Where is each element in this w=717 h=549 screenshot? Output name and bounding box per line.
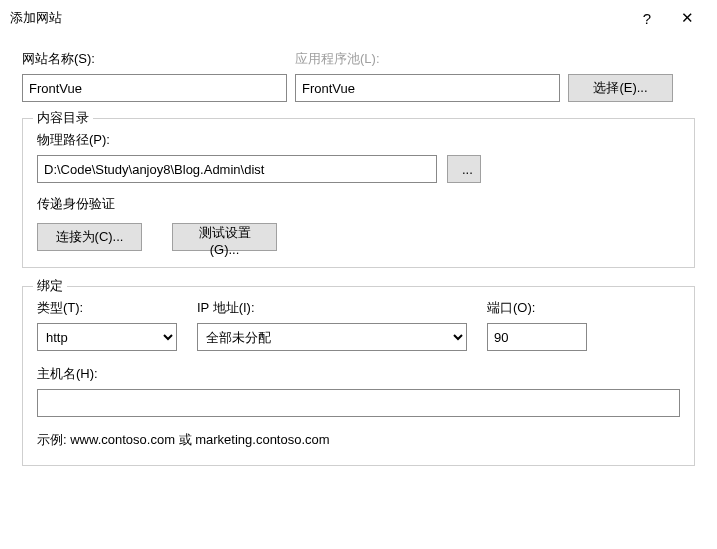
content-directory-legend: 内容目录: [33, 109, 93, 127]
select-apppool-button[interactable]: 选择(E)...: [568, 74, 673, 102]
passthrough-auth-label: 传递身份验证: [37, 195, 680, 213]
hostname-input[interactable]: [37, 389, 680, 417]
ip-label: IP 地址(I):: [197, 299, 467, 317]
ip-select[interactable]: 全部未分配: [197, 323, 467, 351]
test-settings-button[interactable]: 测试设置(G)...: [172, 223, 277, 251]
browse-path-button[interactable]: ...: [447, 155, 481, 183]
close-button[interactable]: ✕: [667, 9, 707, 27]
dialog-title: 添加网站: [10, 9, 627, 27]
titlebar: 添加网站 ? ✕: [0, 0, 717, 30]
apppool-input: [295, 74, 560, 102]
port-label: 端口(O):: [487, 299, 587, 317]
sitename-label: 网站名称(S):: [22, 50, 287, 68]
apppool-label: 应用程序池(L):: [295, 50, 560, 68]
type-label: 类型(T):: [37, 299, 177, 317]
port-input[interactable]: [487, 323, 587, 351]
type-select[interactable]: http: [37, 323, 177, 351]
connect-as-button[interactable]: 连接为(C)...: [37, 223, 142, 251]
hostname-label: 主机名(H):: [37, 365, 680, 383]
binding-group: 绑定 类型(T): http IP 地址(I): 全部未分配 端口(O): 主机…: [22, 286, 695, 466]
binding-legend: 绑定: [33, 277, 67, 295]
help-button[interactable]: ?: [627, 10, 667, 27]
physical-path-label: 物理路径(P):: [37, 131, 680, 149]
hostname-example-text: 示例: www.contoso.com 或 marketing.contoso.…: [37, 431, 680, 449]
content-directory-group: 内容目录 物理路径(P): ... 传递身份验证 连接为(C)... 测试设置(…: [22, 118, 695, 268]
physical-path-input[interactable]: [37, 155, 437, 183]
sitename-input[interactable]: [22, 74, 287, 102]
